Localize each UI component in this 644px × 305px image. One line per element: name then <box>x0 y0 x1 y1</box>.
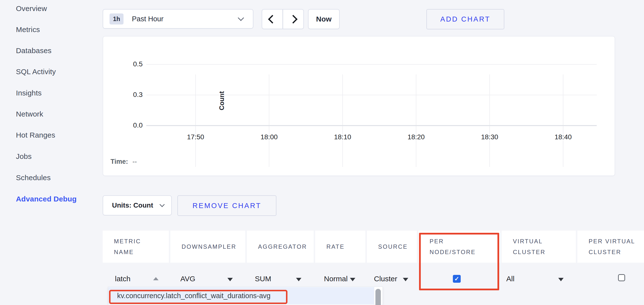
caret-down-icon <box>403 278 408 281</box>
x-axis-line <box>146 125 597 126</box>
x-tick-label: 18:40 <box>548 133 578 141</box>
chevron-left-icon <box>268 15 277 23</box>
now-button-label: Now <box>316 15 332 23</box>
downsampler-select[interactable]: AVG <box>180 275 233 283</box>
metric-dropdown-collapse-icon[interactable] <box>153 277 158 280</box>
chart-card: Count 0.5 0.3 0.0 17:50 18:00 18:10 18:2… <box>103 36 615 176</box>
gridline-horizontal <box>146 95 597 95</box>
sidebar-item-schedules[interactable]: Schedules <box>16 174 51 182</box>
autocomplete-item-label: kv.concurrency.latch_conflict_wait_durat… <box>117 292 270 300</box>
hover-time-value: -- <box>132 158 137 165</box>
sidebar-item-jobs[interactable]: Jobs <box>16 152 32 161</box>
downsampler-value: AVG <box>180 275 195 283</box>
time-step-buttons <box>262 9 304 29</box>
source-select[interactable]: Cluster <box>374 275 408 283</box>
sidebar-item-advanced-debug[interactable]: Advanced Debug <box>16 195 77 203</box>
now-button[interactable]: Now <box>308 9 340 29</box>
y-tick-label: 0.5 <box>123 60 142 68</box>
column-header-rate: RATE <box>315 231 365 263</box>
y-tick-label: 0.0 <box>123 121 142 129</box>
column-header-per-virtual-cluster: PER VIRTUAL CLUSTER <box>577 231 644 263</box>
per-virtual-cluster-checkbox[interactable] <box>618 274 625 281</box>
column-header-source: SOURCE <box>367 231 417 263</box>
checkmark-icon: ✓ <box>454 275 459 282</box>
chevron-down-icon <box>238 15 244 21</box>
x-tick-label: 18:30 <box>475 133 504 141</box>
next-time-button[interactable] <box>283 9 304 29</box>
x-tick-label: 18:00 <box>254 133 284 141</box>
column-header-metric-name: METRIC NAME <box>103 231 169 263</box>
hover-time-label: Time: <box>110 158 128 165</box>
aggregator-select[interactable]: SUM <box>255 275 302 283</box>
x-tick-label: 17:50 <box>181 133 210 141</box>
x-tick-label: 18:10 <box>328 133 357 141</box>
units-select-label: Units: Count <box>112 201 153 209</box>
caret-down-icon <box>296 278 302 281</box>
column-header-aggregator: AGGREGATOR <box>247 231 314 263</box>
aggregator-value: SUM <box>255 275 271 283</box>
sidebar-item-insights[interactable]: Insights <box>16 89 42 97</box>
scrollbar-thumb[interactable] <box>376 289 381 305</box>
gridline-horizontal <box>146 64 597 65</box>
sidebar-item-databases[interactable]: Databases <box>16 46 52 55</box>
chevron-right-icon <box>289 15 298 23</box>
scrollbar-track[interactable] <box>374 287 382 305</box>
gridline-vertical <box>195 74 196 167</box>
sidebar-item-hot-ranges[interactable]: Hot Ranges <box>16 131 55 139</box>
units-select[interactable]: Units: Count <box>103 195 172 215</box>
caret-down-icon <box>350 278 355 281</box>
rate-value: Normal <box>324 275 348 283</box>
per-node-store-checkbox[interactable]: ✓ <box>453 275 461 283</box>
sidebar-item-metrics[interactable]: Metrics <box>16 25 40 34</box>
column-header-per-node-store: PER NODE/STORE <box>418 231 500 263</box>
source-value: Cluster <box>374 275 397 283</box>
hover-time-legend: Time:-- <box>110 158 137 165</box>
column-header-downsampler: DOWNSAMPLER <box>170 231 245 263</box>
prev-time-button[interactable] <box>262 9 282 29</box>
gridline-vertical <box>342 74 343 167</box>
y-axis-label: Count <box>218 86 226 116</box>
sidebar-item-sql-activity[interactable]: SQL Activity <box>16 67 56 76</box>
add-chart-button[interactable]: ADD CHART <box>426 9 504 29</box>
advanced-debug-custom-chart-page: Overview Metrics Databases SQL Activity … <box>0 0 644 305</box>
caret-down-icon <box>228 278 233 281</box>
gridline-vertical <box>416 74 416 167</box>
time-range-label: Past Hour <box>132 15 164 23</box>
gridline-vertical <box>489 74 490 167</box>
time-range-badge: 1h <box>110 13 124 24</box>
remove-chart-button[interactable]: REMOVE CHART <box>178 195 276 216</box>
rate-select[interactable]: Normal <box>324 275 355 283</box>
x-tick-label: 18:20 <box>402 133 431 141</box>
chevron-down-icon <box>160 202 165 207</box>
column-header-virtual-cluster: VIRTUAL CLUSTER <box>502 231 576 263</box>
time-range-selector[interactable]: 1h Past Hour <box>103 9 254 29</box>
sidebar-item-network[interactable]: Network <box>16 110 43 118</box>
metric-name-input[interactable]: latch <box>115 275 130 283</box>
gridline-vertical <box>269 74 269 167</box>
caret-down-icon <box>558 278 564 281</box>
metric-autocomplete-panel: kv.concurrency.latch_conflict_wait_durat… <box>108 287 383 305</box>
virtual-cluster-value: All <box>506 275 514 283</box>
gridline-vertical <box>563 74 564 167</box>
autocomplete-item[interactable]: kv.concurrency.latch_conflict_wait_durat… <box>108 287 374 304</box>
sidebar-item-overview[interactable]: Overview <box>16 4 47 13</box>
virtual-cluster-select[interactable]: All <box>506 275 564 283</box>
y-tick-label: 0.3 <box>123 91 142 99</box>
